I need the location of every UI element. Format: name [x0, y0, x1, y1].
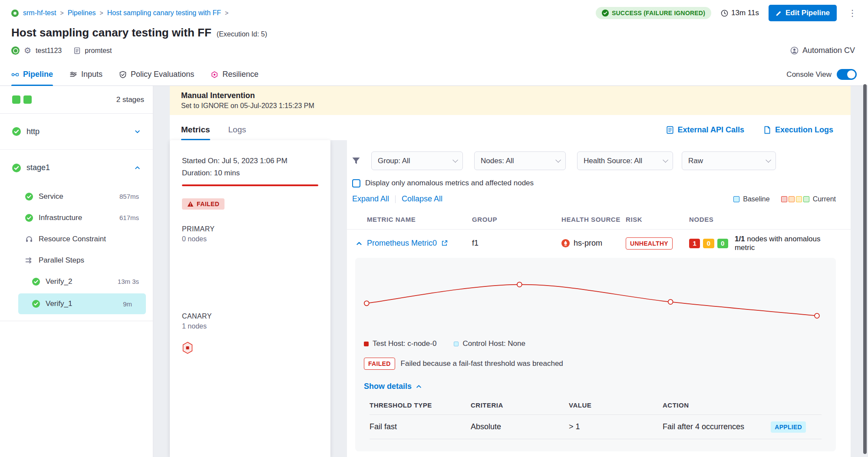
breadcrumb-pipeline-name[interactable]: Host sampling canary testing with FF [107, 9, 221, 17]
service-name[interactable]: test1123 [36, 47, 62, 55]
current-swatches [781, 196, 809, 202]
external-link-icon[interactable] [441, 240, 448, 247]
metric-line-chart [364, 266, 822, 336]
action-value: Fail after 4 occurrences [663, 422, 744, 431]
chevron-down-icon[interactable] [134, 128, 141, 135]
threshold-table-header: THRESHOLD TYPE CRITERIA VALUE ACTION [370, 401, 822, 415]
breadcrumb-separator [224, 9, 229, 17]
resource-constraint-icon [25, 235, 33, 243]
warning-node-chip: 0 [703, 239, 714, 248]
breadcrumb-separator [99, 9, 104, 17]
metric-group: f1 [472, 239, 561, 248]
metric-detail-card: Test Host: c-node-0 Control Host: None F… [355, 258, 836, 451]
group-filter-dropdown[interactable]: Group: All [371, 151, 463, 170]
stage-name: stage1 [26, 163, 50, 172]
anomalous-filter-checkbox[interactable] [352, 179, 360, 187]
step-row-infrastructure[interactable]: Infrastructure 617ms [0, 207, 153, 228]
tab-resilience-label: Resilience [222, 70, 258, 79]
nodes-ratio: 1/1 [735, 235, 745, 243]
current-label: Current [813, 195, 836, 203]
pipeline-tab-icon [11, 71, 19, 79]
filter-row: Group: All Nodes: All Health Source: All… [347, 151, 851, 170]
step-duration: 13m 3s [118, 278, 139, 285]
collapse-metric-chevron[interactable] [356, 240, 363, 247]
stage-row-http[interactable]: http [0, 114, 153, 150]
tab-metrics-label: Metrics [181, 125, 210, 135]
chevron-up-icon[interactable] [134, 164, 141, 171]
chevron-down-icon [663, 157, 668, 163]
stage-row-stage1[interactable]: stage1 [0, 150, 153, 186]
failed-badge: FAILED [364, 358, 395, 370]
test-host-legend: Test Host: c-node-0 [364, 339, 436, 348]
step-row-verify-2[interactable]: Verify_2 13m 3s [0, 271, 153, 292]
filter-icon[interactable] [351, 156, 361, 166]
project-icon [11, 10, 19, 17]
chevron-up-icon [416, 383, 422, 390]
console-view-label: Console View [786, 70, 832, 79]
nodes-filter-dropdown[interactable]: Nodes: All [474, 151, 566, 170]
collapse-all-link[interactable]: Collapse All [402, 194, 442, 204]
check-circle-icon [602, 10, 609, 16]
nodes-filter-value: Nodes: All [481, 157, 514, 165]
page-scrollbar[interactable] [863, 84, 867, 454]
step-row-service[interactable]: Service 857ms [0, 186, 153, 207]
status-badge: SUCCESS (FAILURE IGNORED) [596, 7, 711, 19]
breadcrumb-project[interactable]: srm-hf-test [23, 9, 56, 17]
breadcrumb-separator [59, 9, 64, 17]
tab-inputs[interactable]: Inputs [69, 63, 102, 85]
threshold-type-value: Fail fast [370, 422, 471, 431]
breadcrumb-pipelines[interactable]: Pipelines [68, 9, 96, 17]
external-api-calls-link[interactable]: External API Calls [666, 125, 744, 135]
kebab-menu-icon[interactable] [846, 8, 858, 18]
execution-logs-link[interactable]: Execution Logs [763, 125, 833, 135]
show-details-link[interactable]: Show details [364, 382, 822, 391]
trigger-name[interactable]: promtest [85, 47, 112, 55]
tab-metrics[interactable]: Metrics [181, 119, 210, 140]
failed-message: Failed because a fail-fast threshold was… [401, 359, 563, 368]
execution-sidebar: 2 stages http stage1 Service 857ms [0, 86, 153, 457]
step-name: Resource Constraint [39, 235, 106, 243]
fail-reason-row: FAILED Failed because a fail-fast thresh… [364, 358, 822, 370]
elapsed-time: 13m 11s [721, 9, 759, 17]
tab-policy-evaluations-label: Policy Evaluations [131, 70, 194, 79]
tab-logs[interactable]: Logs [228, 119, 246, 140]
canary-node-hexagon-icon[interactable] [182, 342, 193, 354]
warning-icon [187, 201, 194, 207]
tab-policy-evaluations[interactable]: Policy Evaluations [119, 63, 194, 85]
page-title: Host sampling canary testing with FF [11, 26, 211, 39]
trigger-icon [74, 47, 80, 54]
value-value: > 1 [569, 422, 663, 431]
success-icon [32, 278, 40, 286]
metric-name-link[interactable]: Prometheus Metric0 [367, 239, 437, 248]
verification-status-label: FAILED [197, 201, 219, 207]
resilience-tab-icon [211, 71, 218, 79]
edit-pipeline-button[interactable]: Edit Pipeline [769, 5, 837, 21]
view-mode-dropdown[interactable]: Raw [682, 151, 776, 170]
console-view-toggle[interactable] [837, 69, 857, 80]
col-threshold-type: THRESHOLD TYPE [370, 401, 471, 409]
summary-panel: Started On: Jul 5, 2023 1:06 PM Duration… [170, 140, 330, 457]
step-name: Service [39, 192, 63, 201]
step-row-resource-constraint[interactable]: Resource Constraint [0, 228, 153, 250]
expand-all-link[interactable]: Expand All [352, 194, 389, 204]
baseline-swatch [733, 196, 739, 202]
metric-row: Prometheus Metric0 f1 hs-prom UNHEALTHY … [347, 229, 851, 257]
step-row-verify-1[interactable]: Verify_1 9m [18, 293, 146, 314]
meta-row: test1123 promtest Automation CV [0, 39, 868, 56]
chart-legend-key: Baseline Current [733, 195, 836, 203]
execution-logs-icon [763, 126, 771, 134]
tab-resilience[interactable]: Resilience [211, 63, 258, 85]
tab-inputs-label: Inputs [81, 70, 102, 79]
tab-pipeline[interactable]: Pipeline [11, 63, 53, 85]
step-row-parallel-steps[interactable]: Parallel Steps [0, 250, 153, 271]
main-content: Manual Intervention Set to IGNORE on 05-… [170, 86, 851, 457]
view-mode-value: Raw [688, 157, 703, 165]
anomalous-node-chip: 1 [689, 239, 700, 248]
group-filter-value: Group: All [378, 157, 410, 165]
col-risk: RISK [626, 216, 689, 223]
control-host-swatch [454, 342, 459, 346]
step-name: Verify_2 [46, 277, 72, 286]
control-host-legend: Control Host: None [454, 339, 525, 348]
health-source-filter-value: Health Source: All [584, 157, 642, 165]
health-source-filter-dropdown[interactable]: Health Source: All [577, 151, 673, 170]
